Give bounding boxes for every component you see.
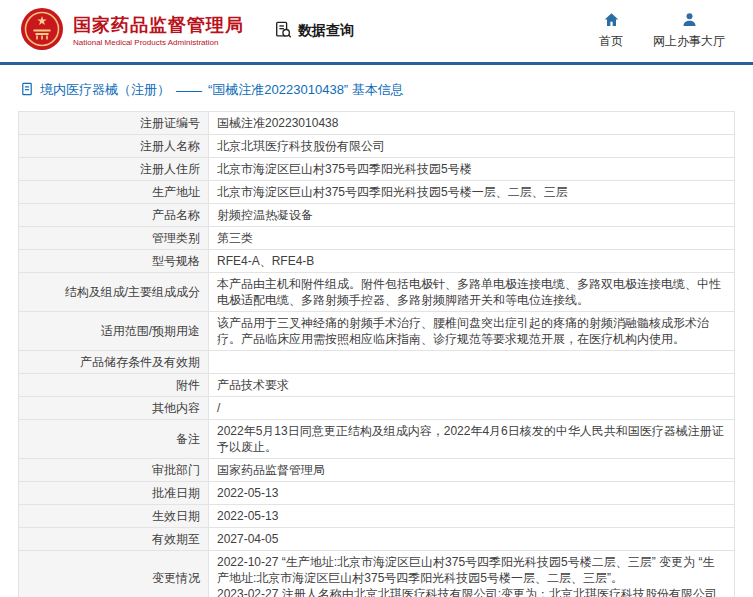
row-label: 附件 <box>19 374 209 397</box>
row-label-text: 结构及组成/主要组成成分 <box>65 285 200 299</box>
row-label-text: 生产地址 <box>152 185 200 199</box>
row-value: 射频控温热凝设备 <box>209 204 735 227</box>
row-value-text: 国械注准20223010438 <box>217 116 338 130</box>
nav-hall-label: 网上办事大厅 <box>653 33 725 50</box>
row-label-text: 备注 <box>176 432 200 446</box>
row-label: 适用范围/预期用途 <box>19 312 209 351</box>
row-label-text: 批准日期 <box>152 486 200 500</box>
breadcrumb-current: “国械注准20223010438” 基本信息 <box>208 81 404 99</box>
row-value <box>209 351 735 374</box>
nav-home[interactable]: 首页 <box>599 12 623 50</box>
row-value-text: 2027-04-05 <box>217 532 278 546</box>
table-row: 注册人住所北京市海淀区巨山村375号四季阳光科技园5号楼 <box>19 158 735 181</box>
row-value: 2027-04-05 <box>209 528 735 551</box>
table-row: 变更情况2022-10-27 “生产地址:北京市海淀区巨山村375号四季阳光科技… <box>19 551 735 597</box>
row-label-text: 管理类别 <box>152 231 200 245</box>
row-value-text: 产品技术要求 <box>217 378 289 392</box>
row-label: 注册人名称 <box>19 135 209 158</box>
row-value: 2022年5月13日同意更正结构及组成内容，2022年4月6日核发的中华人民共和… <box>209 420 735 459</box>
brand-text: 国家药品监督管理局 National Medical Products Admi… <box>73 15 244 47</box>
row-label-text: 产品名称 <box>152 208 200 222</box>
row-value-text: 该产品用于三叉神经痛的射频手术治疗、腰椎间盘突出症引起的疼痛的射频消融髓核成形术… <box>217 316 709 346</box>
table-row: 审批部门国家药品监督管理局 <box>19 459 735 482</box>
row-label: 产品名称 <box>19 204 209 227</box>
table-row: 型号规格RFE4-A、RFE4-B <box>19 250 735 273</box>
table-row: 结构及组成/主要组成成分本产品由主机和附件组成。附件包括电极针、多路单电极连接电… <box>19 273 735 312</box>
breadcrumb: 境内医疗器械（注册） —— “国械注准20223010438” 基本信息 <box>20 81 735 99</box>
table-row: 生效日期2022-05-13 <box>19 505 735 528</box>
table-row: 生产地址北京市海淀区巨山村375号四季阳光科技园5号楼一层、二层、三层 <box>19 181 735 204</box>
row-value: 2022-10-27 “生产地址:北京市海淀区巨山村375号四季阳光科技园5号楼… <box>209 551 735 597</box>
row-label: 生效日期 <box>19 505 209 528</box>
row-value-text: 2022-05-13 <box>217 509 278 523</box>
row-value: 国械注准20223010438 <box>209 112 735 135</box>
row-value: 产品技术要求 <box>209 374 735 397</box>
breadcrumb-separator: —— <box>176 83 202 98</box>
row-label: 注册人住所 <box>19 158 209 181</box>
table-row: 注册证编号国械注准20223010438 <box>19 112 735 135</box>
row-value: 本产品由主机和附件组成。附件包括电极针、多路单电极连接电缆、多路双电极连接电缆、… <box>209 273 735 312</box>
row-label: 有效期至 <box>19 528 209 551</box>
row-label: 结构及组成/主要组成成分 <box>19 273 209 312</box>
row-label-text: 注册人住所 <box>140 162 200 176</box>
agency-name-cn: 国家药品监督管理局 <box>73 15 244 36</box>
row-label-text: 产品储存条件及有效期 <box>80 355 200 369</box>
table-row: 附件产品技术要求 <box>19 374 735 397</box>
row-value: 国家药品监督管理局 <box>209 459 735 482</box>
table-row: 产品名称射频控温热凝设备 <box>19 204 735 227</box>
row-label: 管理类别 <box>19 227 209 250</box>
row-label: 产品储存条件及有效期 <box>19 351 209 374</box>
document-icon <box>20 82 34 99</box>
row-label-text: 附件 <box>176 378 200 392</box>
row-value: 北京北琪医疗科技股份有限公司 <box>209 135 735 158</box>
row-label-text: 其他内容 <box>152 401 200 415</box>
row-value-text: 北京市海淀区巨山村375号四季阳光科技园5号楼一层、二层、三层 <box>217 185 568 199</box>
row-value-text: 2022年5月13日同意更正结构及组成内容，2022年4月6日核发的中华人民共和… <box>217 424 724 454</box>
row-label-text: 注册证编号 <box>140 116 200 130</box>
table-row: 注册人名称北京北琪医疗科技股份有限公司 <box>19 135 735 158</box>
page: 国家药品监督管理局 National Medical Products Admi… <box>0 0 753 597</box>
breadcrumb-section[interactable]: 境内医疗器械（注册） <box>40 81 170 99</box>
row-value: 2022-05-13 <box>209 482 735 505</box>
data-query-label: 数据查询 <box>298 22 354 40</box>
row-value: 2022-05-13 <box>209 505 735 528</box>
row-value-text: 北京市海淀区巨山村375号四季阳光科技园5号楼 <box>217 162 472 176</box>
table-row: 产品储存条件及有效期 <box>19 351 735 374</box>
row-label-text: 适用范围/预期用途 <box>101 324 200 338</box>
table-row: 适用范围/预期用途该产品用于三叉神经痛的射频手术治疗、腰椎间盘突出症引起的疼痛的… <box>19 312 735 351</box>
table-row: 有效期至2027-04-05 <box>19 528 735 551</box>
row-value-text: 北京北琪医疗科技股份有限公司 <box>217 139 385 153</box>
site-header: 国家药品监督管理局 National Medical Products Admi… <box>0 0 753 62</box>
row-value: 第三类 <box>209 227 735 250</box>
nav-home-label: 首页 <box>599 33 623 50</box>
row-value: 该产品用于三叉神经痛的射频手术治疗、腰椎间盘突出症引起的疼痛的射频消融髓核成形术… <box>209 312 735 351</box>
row-value: 北京市海淀区巨山村375号四季阳光科技园5号楼 <box>209 158 735 181</box>
row-label: 生产地址 <box>19 181 209 204</box>
row-label-text: 变更情况 <box>152 571 200 585</box>
row-label-text: 型号规格 <box>152 254 200 268</box>
nav-service-hall[interactable]: 网上办事大厅 <box>653 12 725 50</box>
table-row: 其他内容/ <box>19 397 735 420</box>
registration-info-table: 注册证编号国械注准20223010438注册人名称北京北琪医疗科技股份有限公司注… <box>18 111 735 597</box>
table-row: 备注2022年5月13日同意更正结构及组成内容，2022年4月6日核发的中华人民… <box>19 420 735 459</box>
row-value-text: 国家药品监督管理局 <box>217 463 325 477</box>
row-value: 北京市海淀区巨山村375号四季阳光科技园5号楼一层、二层、三层 <box>209 181 735 204</box>
table-row: 批准日期2022-05-13 <box>19 482 735 505</box>
row-label-text: 有效期至 <box>152 532 200 546</box>
row-label: 批准日期 <box>19 482 209 505</box>
row-label: 审批部门 <box>19 459 209 482</box>
nav-data-query[interactable]: 数据查询 <box>274 21 354 42</box>
data-query-icon <box>274 21 292 42</box>
header-nav: 首页 网上办事大厅 <box>599 12 733 50</box>
agency-name-en: National Medical Products Administration <box>73 38 244 47</box>
national-emblem-logo <box>20 7 64 55</box>
row-value-text: 2022-05-13 <box>217 486 278 500</box>
row-label: 备注 <box>19 420 209 459</box>
row-label: 变更情况 <box>19 551 209 597</box>
row-label: 注册证编号 <box>19 112 209 135</box>
row-value: RFE4-A、RFE4-B <box>209 250 735 273</box>
brand[interactable]: 国家药品监督管理局 National Medical Products Admi… <box>20 7 244 55</box>
home-icon <box>604 12 619 30</box>
row-label: 其他内容 <box>19 397 209 420</box>
main-content: 境内医疗器械（注册） —— “国械注准20223010438” 基本信息 注册证… <box>0 65 753 597</box>
